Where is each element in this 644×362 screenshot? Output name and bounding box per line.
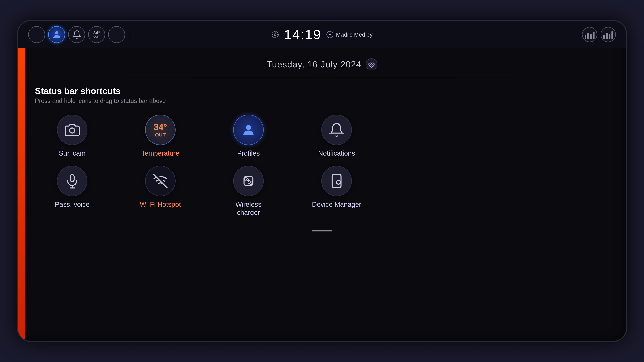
- profiles-icon: [241, 122, 256, 137]
- status-icons-left: 34° OUT: [28, 26, 132, 43]
- shortcut-sur-cam[interactable]: Sur. cam: [35, 115, 110, 157]
- wifi-hotspot-circle[interactable]: [145, 166, 176, 196]
- shortcut-profiles[interactable]: Profiles: [211, 115, 286, 157]
- settings-gear-button[interactable]: [366, 58, 378, 70]
- svg-point-13: [336, 180, 340, 184]
- date-display: Tuesday, 16 July 2024: [266, 59, 361, 69]
- svg-rect-7: [70, 175, 74, 182]
- svg-marker-3: [329, 33, 331, 36]
- svg-point-6: [246, 125, 251, 130]
- right-circle-2[interactable]: [600, 27, 616, 42]
- music-section: Madi's Medley: [326, 31, 372, 38]
- scroll-pill: [312, 230, 332, 231]
- sur-cam-circle[interactable]: [57, 115, 88, 145]
- temp-out-label: OUT: [94, 35, 100, 39]
- music-track-name: Madi's Medley: [336, 31, 372, 38]
- device-manager-label: Device Manager: [312, 200, 361, 208]
- person-icon: [52, 30, 61, 39]
- shortcut-notifications[interactable]: Notifications: [299, 115, 374, 157]
- shortcut-wifi-hotspot[interactable]: Wi-Fi Hotspot: [123, 166, 198, 217]
- temp-out: OUT: [155, 132, 166, 137]
- mic-icon: [64, 173, 80, 189]
- wifi-hotspot-label: Wi-Fi Hotspot: [140, 200, 181, 208]
- status-icon-5[interactable]: [108, 26, 125, 43]
- temp-value: 34°: [154, 122, 167, 132]
- bars-icon: [585, 30, 594, 39]
- pass-voice-circle[interactable]: [57, 166, 88, 196]
- bell-icon-small: [72, 30, 81, 39]
- pass-voice-label: Pass. voice: [55, 200, 90, 208]
- wireless-charger-label: Wirelesscharger: [236, 200, 261, 217]
- shortcuts-grid: Sur. cam 34° OUT Temperature: [35, 115, 374, 217]
- bars-icon-2: [603, 30, 613, 39]
- status-bar-center: 14:19 Madi's Medley: [271, 27, 372, 42]
- main-content: Tuesday, 16 July 2024 Status bar shortcu…: [18, 48, 626, 242]
- svg-point-1: [274, 33, 276, 35]
- notifications-circle[interactable]: [321, 115, 352, 145]
- music-play-button[interactable]: [326, 31, 333, 38]
- temperature-circle[interactable]: 34° OUT: [145, 115, 176, 145]
- status-icons-right: [582, 27, 616, 42]
- profiles-label: Profiles: [237, 149, 260, 157]
- time-display: 14:19: [284, 27, 321, 42]
- separator-line: [35, 77, 609, 77]
- svg-point-0: [55, 31, 58, 34]
- right-circle-1[interactable]: [582, 27, 597, 42]
- notifications-label: Notifications: [318, 149, 355, 157]
- time-music-row: 14:19 Madi's Medley: [271, 27, 372, 42]
- wireless-charge-icon: [241, 173, 256, 189]
- wifi-slash-icon: [153, 173, 168, 189]
- notifications-icon: [329, 122, 344, 137]
- gps-icon: [271, 31, 279, 38]
- panel-subtitle: Press and hold icons to drag to status b…: [35, 97, 609, 104]
- panel-title: Status bar shortcuts: [35, 86, 609, 96]
- shortcut-temperature[interactable]: 34° OUT Temperature: [123, 115, 198, 157]
- status-bar: 34° OUT 14:19: [18, 21, 626, 48]
- temperature-label: Temperature: [141, 149, 180, 157]
- sur-cam-label: Sur. cam: [59, 149, 86, 157]
- profiles-circle[interactable]: [233, 115, 264, 145]
- scroll-indicator: [35, 230, 609, 231]
- gear-icon: [368, 61, 375, 68]
- device-manager-circle[interactable]: [321, 166, 352, 196]
- wireless-charger-circle[interactable]: [233, 166, 264, 196]
- status-bell-icon[interactable]: [68, 26, 85, 43]
- date-row: Tuesday, 16 July 2024: [35, 58, 609, 70]
- temperature-status-badge[interactable]: 34° OUT: [88, 26, 105, 43]
- temp-degree: 34°: [93, 30, 100, 35]
- temperature-icon-content: 34° OUT: [154, 122, 167, 137]
- svg-point-4: [370, 63, 372, 65]
- shortcut-wireless-charger[interactable]: Wirelesscharger: [211, 166, 286, 217]
- car-screen: 34° OUT 14:19: [17, 20, 627, 342]
- status-profile-icon[interactable]: [48, 26, 65, 43]
- gps-section: [271, 31, 279, 38]
- shortcut-device-manager[interactable]: Device Manager: [299, 166, 374, 217]
- camera-icon: [64, 122, 80, 137]
- status-icon-1[interactable]: [28, 26, 45, 43]
- play-icon: [328, 33, 331, 36]
- device-manager-icon: [329, 173, 344, 189]
- divider: [130, 29, 130, 40]
- shortcut-pass-voice[interactable]: Pass. voice: [35, 166, 110, 217]
